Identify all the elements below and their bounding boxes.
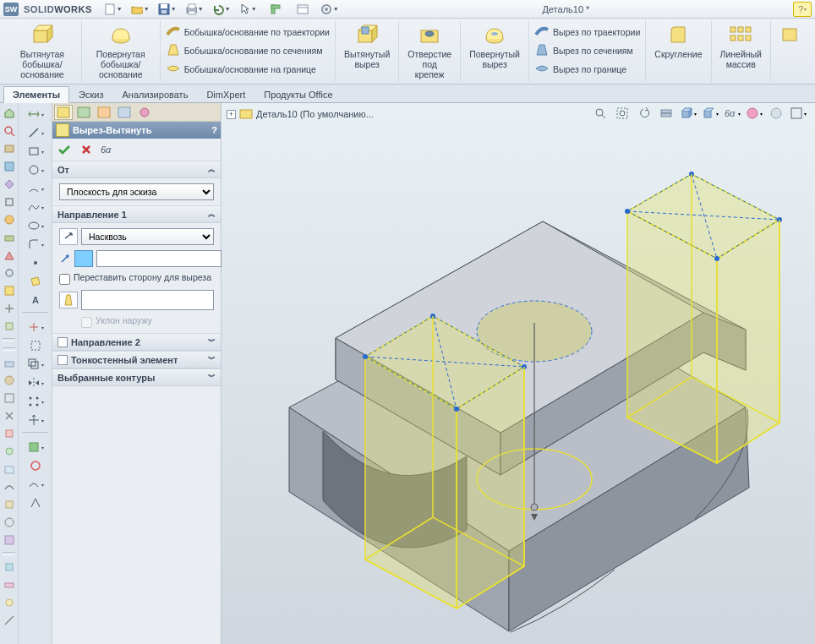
rapid-sketch-icon[interactable]: [21, 494, 50, 511]
tb-icon-15[interactable]: [2, 373, 17, 388]
rebuild-button[interactable]: [266, 2, 285, 17]
view-orientation-icon[interactable]: [2, 106, 17, 121]
from-select[interactable]: Плоскость для эскиза: [59, 183, 214, 200]
tb-icon-6[interactable]: [2, 194, 17, 210]
repair-icon[interactable]: [21, 457, 50, 474]
tb-icon-5[interactable]: [2, 177, 17, 192]
tb-icon-25[interactable]: [2, 559, 17, 575]
tb-icon-21[interactable]: [2, 479, 17, 494]
tb-icon-23[interactable]: [2, 515, 17, 530]
tb-icon-22[interactable]: [2, 497, 17, 512]
select-button[interactable]: ▼: [239, 2, 258, 17]
flip-side-checkbox[interactable]: [59, 274, 70, 285]
pattern-sketch-icon[interactable]: ▾: [21, 393, 50, 410]
tb-icon-10[interactable]: [2, 265, 17, 281]
property-manager-tab-icon[interactable]: [74, 105, 93, 120]
tb-icon-17[interactable]: [2, 408, 17, 423]
tb-icon-8[interactable]: [2, 230, 17, 245]
tb-icon-7[interactable]: [2, 212, 17, 227]
circle-icon[interactable]: ▾: [21, 161, 50, 178]
extruded-boss-button[interactable]: Вытянутая бобышка/основание: [8, 22, 76, 81]
swept-cut-button[interactable]: Вырез по траектории: [534, 24, 640, 41]
tb-icon-12[interactable]: [2, 301, 17, 316]
tb-icon-27[interactable]: [2, 595, 17, 610]
smart-dimension-icon[interactable]: ▾: [21, 106, 50, 123]
section-thin-header[interactable]: Тонкостенный элемент︾: [52, 352, 221, 368]
new-file-button[interactable]: ▼: [104, 2, 123, 17]
revolved-boss-button[interactable]: Повернутая бобышка/основание: [87, 22, 155, 81]
arc-icon[interactable]: ▾: [21, 180, 50, 197]
section-dir1-header[interactable]: Направление 1︽: [52, 206, 221, 223]
swept-boss-button[interactable]: Бобышка/основание по траектории: [166, 24, 330, 41]
tb-icon-26[interactable]: [2, 577, 17, 592]
line-icon[interactable]: ▾: [21, 124, 50, 141]
end-condition-select[interactable]: Насквозь: [81, 228, 214, 245]
tb-icon-28[interactable]: [2, 613, 17, 628]
spline-icon[interactable]: ▾: [21, 199, 50, 216]
ellipse-icon[interactable]: ▾: [21, 217, 50, 234]
help-button[interactable]: ?▾: [793, 2, 812, 17]
direction-vector-icon[interactable]: [59, 253, 71, 265]
tb-icon-14[interactable]: [2, 355, 17, 370]
options-button[interactable]: [293, 2, 312, 17]
tb-icon-9[interactable]: [2, 248, 17, 263]
text-icon[interactable]: A: [21, 292, 50, 308]
save-button[interactable]: ▼: [158, 2, 177, 17]
section-dir2-header[interactable]: Направление 2︾: [52, 334, 221, 351]
feature-manager-tab-icon[interactable]: [54, 105, 73, 120]
display-manager-tab-icon[interactable]: [135, 105, 154, 120]
tb-icon-24[interactable]: [2, 532, 17, 548]
ribbon-more-button[interactable]: [776, 22, 807, 51]
hole-wizard-button[interactable]: Отверстие под крепеж: [404, 22, 455, 81]
draft-button[interactable]: [59, 292, 78, 308]
reverse-direction-button[interactable]: [59, 228, 78, 245]
zoom-fit-icon[interactable]: [2, 123, 17, 139]
move-icon[interactable]: ▾: [21, 412, 50, 428]
tb-icon-13[interactable]: [2, 319, 17, 334]
config-manager-tab-icon[interactable]: [95, 105, 113, 120]
settings-button[interactable]: ▼: [320, 2, 339, 17]
mirror-icon[interactable]: ▾: [21, 374, 50, 391]
tb-icon-18[interactable]: [2, 426, 17, 441]
detailed-preview-button[interactable]: 6α: [100, 142, 117, 157]
extruded-cut-button[interactable]: Вытянутый вырез: [341, 22, 393, 71]
draft-listbox[interactable]: [81, 290, 214, 310]
section-from-header[interactable]: От︽: [52, 161, 221, 178]
boundary-cut-button[interactable]: Вырез по границе: [534, 61, 640, 78]
tb-icon-19[interactable]: [2, 444, 17, 459]
revolved-cut-button[interactable]: Повернутый вырез: [466, 22, 523, 71]
tb-icon-11[interactable]: [2, 283, 17, 298]
boundary-boss-button[interactable]: Бобышка/основание на границе: [166, 61, 330, 78]
convert-icon[interactable]: [21, 337, 50, 354]
thin-checkbox[interactable]: [57, 355, 68, 365]
tab-elements[interactable]: Элементы: [3, 86, 69, 103]
print-button[interactable]: ▼: [185, 2, 204, 17]
tab-sketch[interactable]: Эскиз: [69, 86, 112, 102]
point-icon[interactable]: [21, 254, 50, 271]
dir2-checkbox[interactable]: [57, 337, 68, 347]
section-contours-header[interactable]: Выбранные контуры︾: [52, 369, 221, 386]
linear-pattern-button[interactable]: Линейный массив: [717, 22, 765, 71]
tab-office[interactable]: Продукты Office: [254, 86, 342, 102]
tab-analyze[interactable]: Анализировать: [112, 86, 197, 102]
cancel-button[interactable]: [78, 142, 95, 157]
open-file-button[interactable]: ▼: [131, 2, 150, 17]
trim-icon[interactable]: ▾: [21, 319, 50, 336]
rectangle-icon[interactable]: ▾: [21, 143, 50, 160]
tb-icon-4[interactable]: [2, 159, 17, 174]
fillet-sketch-icon[interactable]: ▾: [21, 236, 50, 253]
graphics-viewport[interactable]: ▾ ▾ 6α▾ ▾ ▾ + Деталь10 (По умолчанию...: [222, 103, 815, 644]
tb-icon-16[interactable]: [2, 390, 17, 406]
tb-icon-20[interactable]: [2, 461, 17, 477]
dimxpert-tab-icon[interactable]: [115, 105, 134, 120]
ok-button[interactable]: [56, 142, 73, 157]
plane-icon[interactable]: [21, 273, 50, 290]
fillet-button[interactable]: Скругление: [651, 22, 705, 61]
property-help-icon[interactable]: ?: [211, 125, 217, 135]
relation-icon[interactable]: ▾: [21, 439, 50, 456]
quick-snap-icon[interactable]: ▾: [21, 476, 50, 493]
offset-icon[interactable]: ▾: [21, 356, 50, 373]
tb-icon-3[interactable]: [2, 141, 17, 156]
lofted-boss-button[interactable]: Бобышка/основание по сечениям: [166, 42, 330, 59]
lofted-cut-button[interactable]: Вырез по сечениям: [534, 42, 640, 59]
